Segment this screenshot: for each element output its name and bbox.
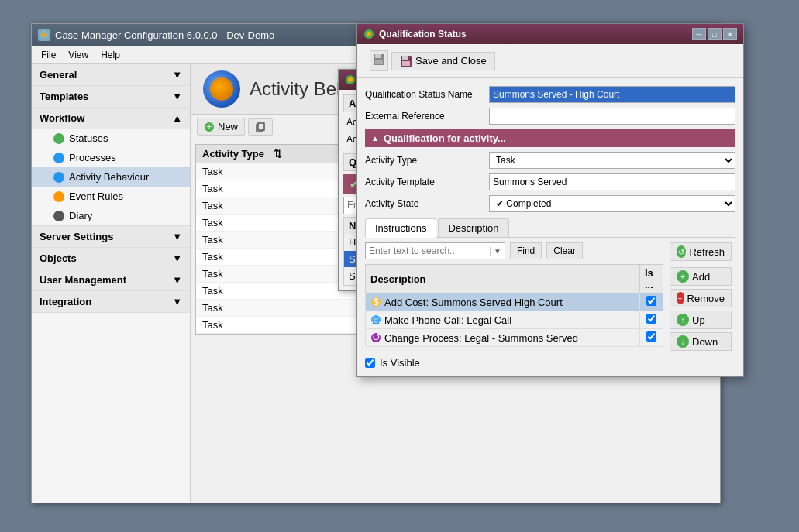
sidebar-header-integration[interactable]: Integration ▼ — [32, 291, 190, 312]
statuses-icon — [53, 133, 64, 144]
qs-window-controls: ─ □ ✕ — [692, 28, 737, 40]
menu-help[interactable]: Help — [95, 48, 126, 62]
desc-column-header: Description — [366, 265, 640, 293]
sidebar-general-label: General — [40, 69, 77, 81]
sidebar-item-processes[interactable]: Processes — [32, 148, 190, 167]
qs-icon — [363, 29, 374, 39]
qs-name-label: Qualification Status Name — [365, 89, 489, 100]
logo-inner — [210, 77, 233, 101]
up-label: Up — [692, 314, 705, 326]
chevron-icon-5: ▼ — [172, 274, 182, 286]
row3-checkbox[interactable] — [646, 331, 656, 342]
qualification-status-dialog: Qualification Status ─ □ ✕ Save and Clos… — [356, 23, 744, 377]
qb-icon — [345, 74, 356, 85]
row2-checkbox[interactable] — [646, 314, 656, 324]
qual-for-activity-header: ▲ Qualification for activity... — [365, 129, 735, 147]
sidebar-section-templates: Templates ▼ — [32, 86, 190, 108]
svg-text:☏: ☏ — [370, 314, 381, 325]
menu-view[interactable]: View — [62, 48, 95, 62]
instructions-search-input[interactable] — [366, 244, 490, 258]
menu-file[interactable]: File — [35, 48, 62, 62]
down-icon: ↓ — [677, 335, 689, 348]
is-visible-checkbox[interactable] — [365, 358, 375, 368]
event-rules-icon — [53, 191, 64, 202]
qs-name-row: Qualification Status Name — [365, 86, 735, 103]
sidebar-header-general[interactable]: General ▼ — [32, 64, 190, 85]
instructions-clear-button[interactable]: Clear — [546, 242, 583, 259]
tab-description[interactable]: Description — [438, 218, 508, 237]
instructions-find-button[interactable]: Find — [510, 242, 542, 259]
svg-rect-15 — [402, 56, 408, 60]
remove-button[interactable]: − Remove — [670, 289, 732, 307]
tab-instructions[interactable]: Instructions — [365, 218, 436, 238]
sidebar-header-workflow[interactable]: Workflow ▲ — [32, 108, 190, 129]
up-button[interactable]: ↑ Up — [670, 311, 732, 329]
copy-button[interactable] — [248, 118, 273, 136]
sidebar-workflow-label: Workflow — [40, 112, 84, 124]
refresh-button[interactable]: ↺ Refresh — [670, 242, 732, 261]
qs-type-row: Activity Type Task — [365, 152, 735, 169]
up-icon: ↑ — [677, 314, 689, 326]
sidebar-section-objects: Objects ▼ — [32, 248, 190, 269]
table-row[interactable]: ↺ Change Process: Legal - Summons Served — [366, 329, 663, 347]
sidebar-section-integration: Integration ▼ — [32, 291, 190, 313]
instructions-right: ↺ Refresh + Add − Remove ↑ Up — [670, 242, 735, 351]
down-button[interactable]: ↓ Down — [670, 332, 732, 351]
qs-maximize-button[interactable]: □ — [708, 28, 722, 40]
qs-minimize-button[interactable]: ─ — [692, 28, 706, 40]
sidebar-header-objects[interactable]: Objects ▼ — [32, 248, 190, 269]
sidebar-header-server[interactable]: Server Settings ▼ — [32, 226, 190, 247]
title-bar-left: Case Manager Configuration 6.0.0.0 - Dev… — [38, 29, 274, 41]
is-column-header: Is ... — [640, 265, 663, 293]
qs-state-row: Activity State ✔ Completed — [365, 195, 735, 212]
qs-title-text: Qualification Status — [379, 29, 467, 39]
table-row[interactable]: ☏ Make Phone Call: Legal Call — [366, 311, 663, 329]
activity-behaviour-icon — [53, 172, 64, 183]
new-button[interactable]: + New — [197, 118, 245, 136]
svg-rect-13 — [375, 60, 383, 64]
sidebar-header-templates[interactable]: Templates ▼ — [32, 86, 190, 107]
row3-desc: Change Process: Legal - Summons Served — [384, 332, 578, 344]
row2-desc: Make Phone Call: Legal Call — [384, 314, 511, 326]
add-button[interactable]: + Add — [670, 267, 732, 286]
sidebar-item-statuses[interactable]: Statuses — [32, 129, 190, 148]
save-close-button[interactable]: Save and Close — [391, 52, 495, 70]
qs-ext-ref-input[interactable] — [489, 108, 735, 125]
sort-icon: ⇅ — [274, 148, 282, 160]
instructions-left: ▼ Find Clear Description Is ... — [365, 242, 663, 351]
sidebar-item-activity-behaviour[interactable]: Activity Behaviour — [32, 167, 190, 187]
qs-template-input[interactable] — [489, 173, 735, 190]
tab-description-label: Description — [448, 222, 498, 234]
svg-point-7 — [348, 77, 353, 82]
row1-checkbox[interactable] — [646, 296, 656, 306]
qs-state-select[interactable]: ✔ Completed — [489, 195, 735, 212]
qs-ext-ref-label: External Reference — [365, 111, 489, 122]
sidebar-item-diary[interactable]: Diary — [32, 206, 190, 225]
sidebar-integration-label: Integration — [40, 296, 91, 307]
svg-text:$: $ — [373, 297, 379, 307]
qs-type-select[interactable]: Task — [489, 152, 735, 169]
disk-icon — [373, 53, 385, 66]
svg-text:+: + — [206, 122, 212, 132]
qs-name-input[interactable] — [489, 86, 735, 103]
phone-icon: ☏ — [370, 314, 381, 325]
new-icon: + — [204, 122, 215, 132]
disk-icon-button[interactable] — [370, 50, 388, 71]
qs-template-label: Activity Template — [365, 177, 489, 187]
qs-close-button[interactable]: ✕ — [723, 28, 737, 40]
remove-icon: − — [677, 292, 684, 304]
search-dropdown-arrow[interactable]: ▼ — [490, 247, 505, 256]
side-action-buttons: + Add − Remove ↑ Up ↓ Down — [670, 267, 735, 351]
sidebar-server-label: Server Settings — [40, 231, 113, 242]
tab-instructions-label: Instructions — [375, 222, 426, 234]
sidebar-statuses-label: Statuses — [69, 132, 108, 144]
sidebar-user-mgmt-label: User Management — [40, 274, 126, 286]
sidebar-header-user-mgmt[interactable]: User Management ▼ — [32, 269, 190, 290]
table-row[interactable]: $ Add Cost: Summons Served High Court — [366, 293, 663, 311]
table-cell-desc: $ Add Cost: Summons Served High Court — [366, 293, 640, 311]
chevron-icon-6: ▼ — [172, 296, 182, 307]
table-cell-desc: ↺ Change Process: Legal - Summons Served — [366, 329, 640, 347]
sidebar-section-server-settings: Server Settings ▼ — [32, 226, 190, 248]
sidebar-item-event-rules[interactable]: Event Rules — [32, 187, 190, 206]
refresh-icon: ↺ — [677, 245, 686, 258]
